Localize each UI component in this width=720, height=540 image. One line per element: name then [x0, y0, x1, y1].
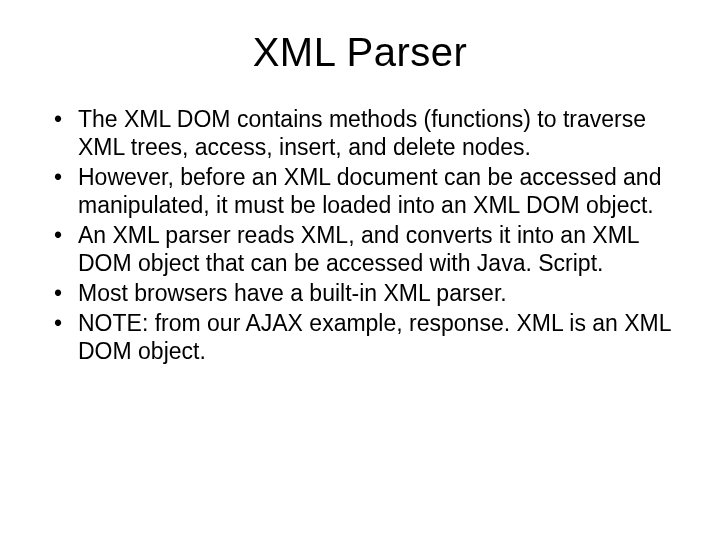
list-item: Most browsers have a built-in XML parser… [50, 279, 680, 307]
list-item: The XML DOM contains methods (functions)… [50, 105, 680, 161]
slide-title: XML Parser [40, 30, 680, 75]
list-item: An XML parser reads XML, and converts it… [50, 221, 680, 277]
list-item: NOTE: from our AJAX example, response. X… [50, 309, 680, 365]
bullet-list: The XML DOM contains methods (functions)… [50, 105, 680, 365]
list-item: However, before an XML document can be a… [50, 163, 680, 219]
slide: XML Parser The XML DOM contains methods … [0, 0, 720, 540]
